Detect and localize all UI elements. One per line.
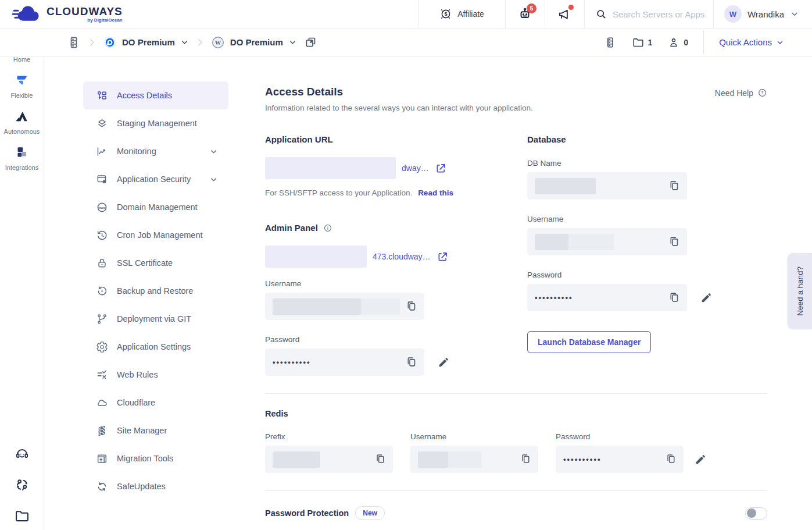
- sidebar-item-cloudflare[interactable]: Cloudflare: [83, 389, 228, 417]
- redacted-application-url: [265, 157, 396, 179]
- password-protection-section: Password Protection New Enable password …: [265, 506, 767, 530]
- db-password-label: Password: [527, 271, 767, 279]
- admin-panel-url-link[interactable]: 473.cloudway…: [373, 252, 431, 261]
- need-help-link[interactable]: Need Help ?: [715, 88, 767, 98]
- server-selector[interactable]: DO Premium: [103, 35, 189, 49]
- logo-byline-text: by DigitalOcean: [46, 18, 123, 23]
- launch-database-manager-button[interactable]: Launch Database Manager: [527, 331, 651, 353]
- user-menu[interactable]: W Wrandika: [713, 0, 812, 28]
- db-username-field[interactable]: [527, 228, 687, 255]
- server-name: DO Premium: [122, 37, 175, 47]
- sidebar-item-monitoring[interactable]: Monitoring: [83, 137, 228, 165]
- password-protection-toggle[interactable]: [745, 507, 767, 520]
- sidebar-item-staging-management[interactable]: Staging Management: [83, 109, 228, 137]
- assistant-bot-button[interactable]: 5: [505, 0, 545, 28]
- team-counter[interactable]: 0: [667, 36, 688, 49]
- admin-password-field[interactable]: ••••••••••: [265, 348, 424, 376]
- copy-icon[interactable]: [668, 291, 681, 304]
- page-subtitle: Information related to the several ways …: [265, 104, 767, 112]
- community-icon[interactable]: [15, 477, 30, 492]
- chevron-down-icon: [790, 9, 799, 19]
- staging-layers-icon: [96, 118, 108, 130]
- masked-password: ••••••••••: [273, 358, 311, 367]
- db-password-field[interactable]: ••••••••••: [527, 284, 687, 311]
- sidebar-item-backup-and-restore[interactable]: Backup and Restore: [83, 277, 228, 305]
- rail-item-autonomous[interactable]: Autonomous: [4, 109, 40, 135]
- redis-password-label: Password: [556, 432, 684, 441]
- redis-prefix-field[interactable]: [265, 446, 393, 473]
- sidebar-item-migration-tools[interactable]: Migration Tools: [83, 444, 228, 472]
- database-heading: Database: [527, 134, 767, 144]
- sidebar-item-application-security[interactable]: Application Security: [83, 165, 228, 193]
- info-icon[interactable]: [323, 223, 332, 233]
- redis-password-field[interactable]: ••••••••••: [556, 446, 684, 473]
- product-rail: Home Flexible Autonomous Integratio: [0, 29, 44, 530]
- sidebar-item-ssl-certificate[interactable]: SSL Certificate: [83, 249, 228, 277]
- sidebar-item-web-rules[interactable]: Web Rules: [83, 361, 228, 389]
- sidebar-item-domain-management[interactable]: www Domain Management: [83, 193, 228, 221]
- rail-item-flexible[interactable]: Flexible: [11, 73, 33, 99]
- projects-counter[interactable]: 1: [632, 36, 653, 49]
- sidebar-item-safeupdates[interactable]: SafeUpdates: [83, 472, 228, 500]
- sidebar-item-site-manager[interactable]: Site Manager: [83, 417, 228, 444]
- cloudways-logo[interactable]: CLOUDWAYS by DigitalOcean: [0, 3, 123, 24]
- read-this-link[interactable]: Read this: [418, 188, 453, 197]
- git-branch-icon: [96, 313, 108, 325]
- quick-actions-button[interactable]: Quick Actions: [719, 37, 784, 47]
- redis-username-label: Username: [410, 432, 556, 441]
- refresh-icon: [96, 481, 108, 493]
- db-name-field[interactable]: [527, 172, 687, 200]
- monitoring-chart-icon: [96, 145, 108, 158]
- page-title: Access Details: [265, 86, 343, 98]
- chevron-right-icon: [195, 37, 205, 48]
- server-stack-icon[interactable]: [67, 35, 81, 49]
- affiliate-button[interactable]: $ Affiliate: [418, 0, 505, 28]
- search-input[interactable]: [613, 9, 706, 19]
- need-a-hand-label: Need a hand?: [796, 266, 804, 316]
- external-link-icon[interactable]: [435, 162, 447, 175]
- chevron-down-icon: [288, 38, 297, 47]
- copy-icon[interactable]: [665, 453, 677, 465]
- external-link-icon[interactable]: [437, 251, 449, 263]
- copy-icon[interactable]: [668, 235, 681, 248]
- announcements-button[interactable]: [545, 0, 584, 28]
- edit-pencil-icon[interactable]: [694, 453, 707, 466]
- digitalocean-icon: [103, 35, 117, 49]
- edit-pencil-icon[interactable]: [437, 356, 450, 369]
- chevron-down-icon: [180, 38, 189, 47]
- copy-icon[interactable]: [520, 453, 532, 465]
- sidebar-item-label: Application Security: [117, 175, 191, 184]
- redacted-redis-username: [418, 451, 448, 468]
- rail-item-integrations[interactable]: Integrations: [5, 145, 38, 171]
- sidebar-item-label: Cron Job Management: [117, 230, 203, 240]
- sidebar-item-label: Application Settings: [117, 342, 191, 351]
- gear-icon: [96, 341, 108, 353]
- copy-icon[interactable]: [374, 453, 387, 465]
- app-selector[interactable]: W DO Premium: [211, 35, 317, 49]
- folder-icon[interactable]: [14, 508, 30, 524]
- open-app-icon[interactable]: [305, 36, 317, 48]
- redis-heading: Redis: [265, 409, 767, 418]
- application-url-link[interactable]: dway…: [402, 163, 429, 173]
- announcements-dot-badge: [568, 5, 574, 10]
- support-headset-icon[interactable]: [15, 446, 30, 461]
- server-stack-icon-right[interactable]: [604, 36, 617, 49]
- copy-icon[interactable]: [405, 300, 418, 312]
- sidebar-item-label: Site Manager: [117, 426, 167, 435]
- redis-username-field[interactable]: [410, 446, 538, 473]
- sidebar-item-access-details[interactable]: Access Details: [83, 81, 228, 109]
- copy-icon[interactable]: [668, 179, 681, 192]
- wordpress-icon: W: [211, 35, 225, 49]
- copy-icon[interactable]: [405, 355, 418, 368]
- site-manager-icon: [96, 425, 108, 437]
- rail-label: Integrations: [5, 164, 38, 171]
- edit-pencil-icon[interactable]: [700, 291, 713, 304]
- need-a-hand-tab[interactable]: Need a hand?: [788, 253, 812, 329]
- sidebar-item-label: Deployment via GIT: [117, 314, 191, 323]
- sidebar-item-application-settings[interactable]: Application Settings: [83, 333, 228, 361]
- admin-username-field[interactable]: [265, 293, 424, 320]
- sidebar-item-deployment-via-git[interactable]: Deployment via GIT: [83, 305, 228, 333]
- application-access-column: Application URL dway… For SSH/SFTP acces…: [265, 134, 498, 376]
- redacted-db-name: [535, 178, 596, 194]
- sidebar-item-cron-job-management[interactable]: Cron Job Management: [83, 221, 228, 249]
